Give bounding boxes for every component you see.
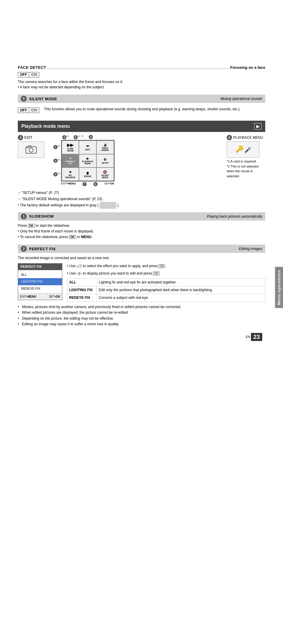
fix-row-all: ALL Lighting fix and red-eye fix are act… <box>67 278 265 286</box>
bullet-2: When edited pictures are displayed, the … <box>18 310 265 315</box>
set-label: SET•OK <box>104 182 114 186</box>
menu-cell-silent[interactable]: 🔇 SILENTMODE <box>96 168 114 181</box>
edit-number: 4 <box>18 135 23 140</box>
face-detect-right: Focusing on a face <box>230 65 265 70</box>
bullet-4: Editing an image may cause it to suffer … <box>18 321 265 327</box>
slideshow-icon: ▶▶ <box>67 143 74 147</box>
off-on-toggle[interactable]: OFF /ON <box>18 72 39 77</box>
favorite-icon: ★ <box>69 170 72 174</box>
fix-row-redeye: REDEYE FIX Corrects a subject with red-e… <box>67 294 265 302</box>
off-label: OFF <box>18 72 29 77</box>
perfect-fix-menu: PERFECT FIX ALL LIGHTING FIX REDEYE FIX … <box>18 263 62 300</box>
menu-cell-playback[interactable]: ▶ PLAYBACKMENU <box>79 154 96 168</box>
note1: *1 A card is required. <box>227 159 265 164</box>
print-label: PRINTORDER <box>101 147 109 151</box>
menu-grid-section: 4*2 5*1, *2 6 1*2 2*2 3*2 <box>53 135 221 186</box>
silent-mode-text: This function allows you to mute operati… <box>44 106 240 112</box>
menu-cell-edit[interactable]: ✏ EDIT <box>79 141 96 154</box>
en-label: EN <box>246 335 250 339</box>
silent-mode-subtitle: Muting operational sounds <box>220 97 262 101</box>
slideshow-header: 1 SLIDESHOW Playing back pictures automa… <box>18 212 265 221</box>
playback-cell-icon: ▶ <box>87 157 89 160</box>
face-detect-line1: The camera searches for a face within th… <box>18 79 265 85</box>
perfect-fix-title: PERFECT FIX <box>29 247 239 251</box>
silent-off-label: OFF <box>18 108 29 113</box>
page-number-row: EN 23 <box>18 333 265 341</box>
fix-table: ALL Lighting fix and red-eye fix are act… <box>67 278 265 302</box>
playback-menu-number: 6 <box>227 135 232 140</box>
menu-cell-favorite[interactable]: ★ MYFAVORITE <box>62 168 79 181</box>
fix-exit-label: EXIT•MENU <box>20 294 36 299</box>
page-number: 23 <box>251 333 262 341</box>
perfect-fix-menu-body: ALL LIGHTING FIX REDEYE FIX <box>18 270 62 294</box>
side-label: Menu operations <box>275 267 283 308</box>
slideshow-number: 1 <box>21 213 27 219</box>
erase-icon: 🗑 <box>86 171 89 175</box>
svg-rect-2 <box>28 146 31 147</box>
playback-title: Playback mode menu <box>21 124 70 129</box>
playback-menu-right: 6 PLAYBACK MENU 🔑 🎤 *1 A card is require… <box>227 135 265 178</box>
fix-item-all[interactable]: ALL <box>18 271 62 278</box>
setup-label: SETUP <box>102 162 109 164</box>
exit-label: EXIT•MENU <box>61 182 76 186</box>
note2: *2 This is not selected <box>227 164 265 169</box>
menu-bottom-labels: EXIT•MENU 7 6 SET•OK <box>61 182 115 186</box>
menu-text: MENU <box>81 235 91 239</box>
instruction1: • Use △▽ to select the effect you want t… <box>67 263 265 269</box>
perfect-fix-menu-wrapper: PERFECT FIX ALL LIGHTING FIX REDEYE FIX … <box>18 263 62 302</box>
silent-mode-title: SILENT MODE <box>29 97 220 101</box>
slideshow-subtitle: Playing back pictures automatically <box>207 214 262 219</box>
face-detect-title: FACE DETECT <box>18 65 46 70</box>
playback-mode-icon: ▶ <box>254 123 262 130</box>
left-label-1: 1*2 <box>53 145 60 149</box>
playback-menu-label-text: PLAYBACK MENU <box>233 136 263 140</box>
perfect-fix-content: PERFECT FIX ALL LIGHTING FIX REDEYE FIX … <box>18 263 265 302</box>
menu-cell-print[interactable]: 🖨 PRINTORDER <box>96 141 114 154</box>
menu-top-labels: 4*2 5*1, *2 6 <box>62 135 221 139</box>
menu-cell-erase[interactable]: 🗑 ERASE <box>79 168 96 181</box>
menu-cell-perfect[interactable]: ✦ PERFECTFIX <box>62 154 79 168</box>
menu-cell-setup[interactable]: ⚙ SETUP <box>96 154 114 168</box>
perfect-fix-intro: The recorded image is corrected and save… <box>18 255 265 261</box>
ref1-row: ☞ "SETUP menus" (P. 27) <box>18 190 265 196</box>
edit-text: EDIT <box>24 136 32 140</box>
playback-menu-icons: 🔑 🎤 <box>234 144 252 156</box>
left-label-3: 3*2 <box>53 172 60 176</box>
menu-cell-slideshow[interactable]: ▶▶ SLIDESHOW <box>62 141 79 154</box>
fix-item-lighting[interactable]: LIGHTING FIX <box>18 278 62 285</box>
face-detect-line2: • A face may not be detected depending o… <box>18 85 265 90</box>
page: FACE DETECT Focusing on a face OFF /ON T… <box>0 0 283 644</box>
silent-mode-body: OFF /ON This function allows you to mute… <box>18 105 265 116</box>
bullet-3: Depending on the picture, the editing ma… <box>18 316 265 321</box>
bullet-1: Movies, pictures shot by another camera,… <box>18 304 265 310</box>
ok-button-icon2: OK <box>69 235 76 239</box>
top-label-4: 4*2 <box>62 135 69 139</box>
svg-rect-3 <box>27 147 28 148</box>
perfect-icon: ✦ <box>69 157 71 160</box>
fix-set-label: SET•OK <box>49 294 60 299</box>
fix-val-all: Lighting fix and red-eye fix are activat… <box>97 278 265 286</box>
fix-key-lighting: LIGHTING FIX <box>67 286 97 294</box>
slideshow-section: 1 SLIDESHOW Playing back pictures automa… <box>18 212 265 240</box>
svg-text:🔑: 🔑 <box>236 145 244 153</box>
perfect-fix-menu-footer: EXIT•MENU SET•OK <box>18 294 62 300</box>
face-detect-section: FACE DETECT Focusing on a face OFF /ON T… <box>18 65 265 90</box>
face-detect-off-on: OFF /ON <box>18 71 265 79</box>
content-area: FACE DETECT Focusing on a face OFF /ON T… <box>18 6 265 341</box>
left-label-2: 2*2 <box>53 158 60 163</box>
ref3-end: ). <box>117 203 120 207</box>
ref3-row: • The factory default settings are displ… <box>18 202 265 208</box>
bottom-label-6b: 6 <box>93 182 98 186</box>
slideshow-line3: • To cancel the slideshow, press OK or M… <box>18 234 265 240</box>
edit-section: 4 EDIT <box>18 135 47 158</box>
fix-item-redeye[interactable]: REDEYE FIX <box>18 285 62 292</box>
top-label-5: 5*1, *2 <box>74 135 84 139</box>
menu-grid: ▶▶ SLIDESHOW ✏ EDIT 🖨 PRINTORDER <box>61 140 115 181</box>
perfect-fix-subtitle: Editing images <box>239 247 262 251</box>
references: ☞ "SETUP menus" (P. 27) ☞ "SILENT MODE M… <box>18 190 265 208</box>
playback-menu-section: Playback mode menu ▶ 4 EDIT <box>18 121 265 209</box>
playback-cell-label: PLAYBACKMENU <box>82 160 93 165</box>
top-label-6: 6 <box>89 135 93 139</box>
silent-off-on-toggle[interactable]: OFF /ON <box>18 108 39 113</box>
face-detect-description: The camera searches for a face within th… <box>18 79 265 90</box>
